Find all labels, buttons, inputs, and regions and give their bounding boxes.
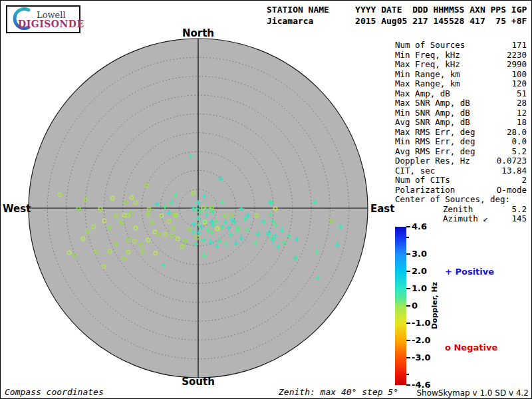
stat-label: Zenith (443, 205, 473, 215)
colorbar-tick (406, 357, 410, 358)
stat-row: Max SNR Amp, dB28 (395, 98, 527, 108)
stat-label: Max Freq, kHz (395, 60, 460, 70)
stat-row: Min Range, km100 (395, 70, 527, 80)
colorbar-title: Doppler, Hz (430, 269, 441, 342)
colorbar-tick (406, 226, 410, 227)
stat-value: 12 (517, 108, 527, 118)
colorbar-minor-tick (406, 237, 409, 238)
colorbar-tick-label: 2.0 (412, 267, 427, 276)
stat-value: 28.0 (507, 128, 527, 138)
stat-row: Min Freq, kHz2230 (395, 51, 527, 61)
stat-label: Num of CITs (395, 176, 450, 186)
stat-label: Avg RMS Err, deg (395, 147, 475, 157)
stat-value: 2230 (507, 51, 527, 61)
stat-row: Max RMS Err, deg28.0 (395, 128, 527, 138)
skymap-window: Lowell DIGISONDE STATION NAME YYYY DATE … (0, 0, 532, 399)
stat-row: Avg SNR Amp, dB18 (395, 118, 527, 128)
colorbar-tick (406, 305, 410, 307)
stat-value: 0.0723 (497, 156, 527, 166)
stats-panel: Num of Sources171Min Freq, kHz2230Max Fr… (395, 41, 527, 224)
stat-row: CIT, sec13.84 (395, 166, 527, 176)
stat-row: PolarizationO-mode (395, 186, 527, 196)
logo-digisonde-text: DIGISONDE (18, 19, 84, 29)
colorbar-tick (406, 253, 410, 255)
stat-value: 0.0 (511, 137, 527, 147)
stat-label: Min SNR Amp, dB (395, 108, 470, 118)
stat-value: 18 (517, 118, 527, 128)
legend-negative: o Negative (445, 342, 497, 352)
stat-value: 120 (511, 79, 527, 89)
colorbar-tick (406, 288, 410, 289)
stat-label: Doppler Res, Hz (395, 156, 470, 166)
stat-value: O-mode (497, 186, 527, 196)
stat-row: Doppler Res, Hz0.0723 (395, 156, 527, 166)
stat-label: Max Range, km (395, 79, 460, 89)
compass-label-east: East (370, 203, 394, 215)
stat-label: Min Range, km (395, 70, 460, 80)
stat-label: CIT, sec (395, 166, 435, 176)
colorbar-tick-label: 0 (412, 301, 418, 311)
stat-row: Min SNR Amp, dB12 (395, 108, 527, 118)
stat-value: 171 (511, 41, 527, 51)
colorbar-tick-label: 3.0 (412, 249, 427, 259)
stat-value: 5.2 (511, 147, 527, 157)
stat-label: Max SNR Amp, dB (395, 98, 470, 108)
stat-label: Center of Sources, deg: (395, 195, 510, 205)
stat-value: 100 (511, 70, 527, 80)
colorbar-tick (406, 271, 410, 272)
stat-label: Num of Sources (395, 41, 465, 51)
header-column-titles: STATION NAME YYYY DATE DDD HHMMSS AXN PP… (267, 4, 527, 15)
colorbar-minor-tick (406, 374, 409, 375)
stat-row: Zenith5.2 (395, 205, 527, 215)
colorbar-tick-label: -3.0 (412, 353, 430, 362)
stat-row: Max Amp, dB51 (395, 89, 527, 99)
colorbar-tick-label: 4.6 (412, 222, 427, 231)
colorbar-tick (406, 340, 410, 341)
stat-row: Center of Sources, deg: (395, 195, 527, 205)
circle-marker-icon: o (445, 342, 451, 352)
legend-negative-label: Negative (454, 342, 497, 352)
plus-marker-icon: + (445, 267, 452, 277)
stat-value: 2990 (507, 60, 527, 70)
colorbar-tick-label: 1.0 (412, 284, 427, 293)
compass-label-north: North (182, 27, 214, 39)
colorbar-tick (406, 323, 410, 324)
header-station-values: Jicamarca 2015 Aug05 217 145528 417 75 +… (267, 15, 527, 27)
stat-label: Avg SNR Amp, dB (395, 118, 470, 128)
compass-label-south: South (182, 376, 215, 388)
footer-version: ShowSkymap v 1.0 SD v 4.2 (416, 388, 529, 398)
stat-label: Azimuth ↙ (443, 214, 488, 224)
stat-value: 13.84 (501, 166, 527, 176)
colorbar-tick (406, 384, 410, 386)
lowell-digisonde-logo: Lowell DIGISONDE (6, 5, 80, 33)
stat-row: Max Freq, kHz2990 (395, 60, 527, 70)
stat-row: Num of CITs2 (395, 176, 527, 186)
stat-label: Max Amp, dB (395, 89, 450, 99)
stat-row: Avg RMS Err, deg5.2 (395, 147, 527, 157)
stat-label: Min RMS Err, deg (395, 137, 475, 147)
stat-row: Num of Sources171 (395, 41, 527, 51)
stat-label: Max RMS Err, deg (395, 128, 475, 138)
footer-zenith-note: Zenith: max 40° step 5° (279, 387, 398, 397)
stat-row: Min RMS Err, deg0.0 (395, 137, 527, 147)
compass-label-west: West (3, 203, 31, 215)
footer-coordinates-note: Compass coordinates (5, 387, 104, 397)
stat-value: 145 (511, 214, 527, 224)
stat-row: Max Range, km120 (395, 79, 527, 89)
colorbar-tick-label: -2.0 (412, 336, 430, 345)
stat-value: 28 (517, 98, 527, 108)
legend-positive-label: Positive (455, 267, 494, 277)
colorbar-gradient (395, 227, 406, 385)
stat-value: 51 (517, 89, 527, 99)
stat-label: Min Freq, kHz (395, 51, 460, 61)
stat-label: Polarization (395, 186, 455, 196)
stat-value: 5.2 (511, 205, 527, 215)
colorbar-tick-label: -1.0 (412, 319, 430, 328)
legend-positive: + Positive (445, 267, 494, 277)
stat-value: 2 (521, 176, 527, 186)
